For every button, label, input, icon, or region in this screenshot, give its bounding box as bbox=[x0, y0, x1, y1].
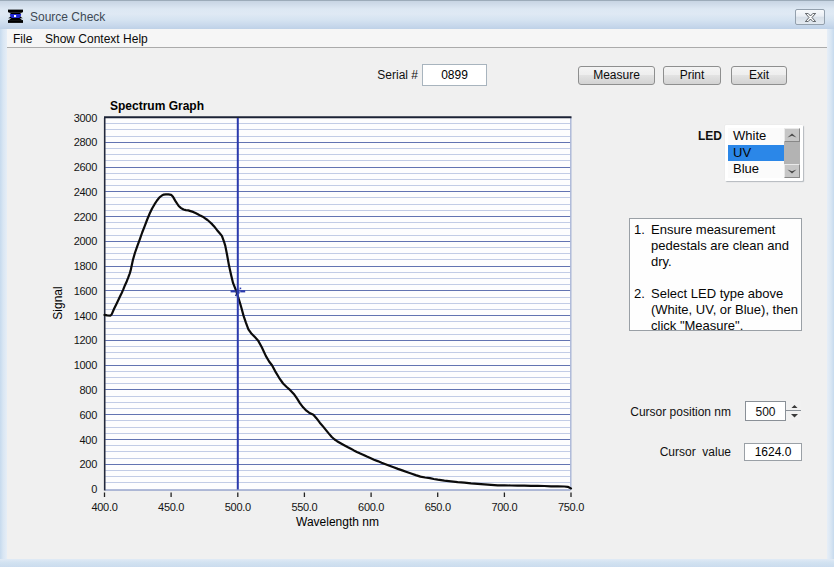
svg-text:2400: 2400 bbox=[74, 186, 97, 198]
svg-text:1800: 1800 bbox=[74, 260, 97, 272]
svg-text:600.0: 600.0 bbox=[358, 501, 384, 513]
svg-text:450.0: 450.0 bbox=[158, 501, 184, 513]
svg-text:2200: 2200 bbox=[74, 211, 97, 223]
svg-text:2800: 2800 bbox=[74, 136, 97, 148]
svg-text:650.0: 650.0 bbox=[425, 501, 451, 513]
svg-text:600: 600 bbox=[80, 409, 98, 421]
svg-text:3000: 3000 bbox=[74, 112, 97, 124]
svg-text:800: 800 bbox=[80, 384, 98, 396]
svg-text:1200: 1200 bbox=[74, 334, 97, 346]
svg-text:Spectrum Graph: Spectrum Graph bbox=[110, 99, 204, 113]
svg-text:550.0: 550.0 bbox=[291, 501, 317, 513]
svg-text:700.0: 700.0 bbox=[491, 501, 517, 513]
svg-text:1600: 1600 bbox=[74, 285, 97, 297]
svg-text:0: 0 bbox=[91, 483, 97, 495]
svg-text:750.0: 750.0 bbox=[558, 501, 584, 513]
svg-text:2600: 2600 bbox=[74, 161, 97, 173]
svg-text:1000: 1000 bbox=[74, 359, 97, 371]
svg-text:500.0: 500.0 bbox=[225, 501, 251, 513]
svg-text:1400: 1400 bbox=[74, 310, 97, 322]
svg-text:2000: 2000 bbox=[74, 235, 97, 247]
svg-text:Signal: Signal bbox=[51, 286, 65, 319]
svg-text:400.0: 400.0 bbox=[91, 501, 117, 513]
svg-text:200: 200 bbox=[80, 458, 98, 470]
svg-text:400: 400 bbox=[80, 434, 98, 446]
svg-text:Wavelength nm: Wavelength nm bbox=[296, 515, 379, 529]
